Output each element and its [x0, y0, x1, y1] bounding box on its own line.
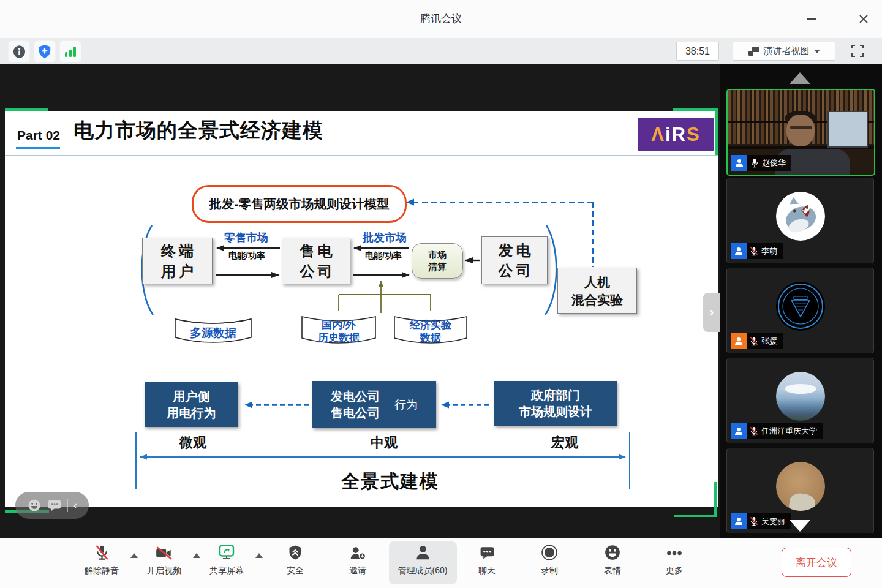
toolbar-label: 管理成员(60) [398, 565, 448, 576]
participant-tile[interactable]: 任洲洋重庆大学 [726, 358, 874, 443]
human-machine-experiment-box: 人机混合实验 [557, 268, 637, 314]
participant-role-badge [731, 333, 747, 349]
fullscreen-button[interactable] [848, 42, 867, 59]
toolbar-label: 录制 [541, 565, 558, 576]
participant-name: 任洲洋重庆大学 [761, 426, 817, 437]
more-button[interactable]: 更多 [645, 544, 704, 576]
tencent-meeting-window: 腾讯会议 38:51 演讲者视图 [0, 0, 882, 588]
person-icon [734, 336, 744, 346]
scroll-down-arrow[interactable] [790, 520, 810, 532]
behavior-label: 行为 [394, 396, 418, 413]
mic-muted-icon [750, 336, 758, 346]
sidebar-collapse-tab[interactable]: › [703, 293, 720, 332]
participant-tile[interactable]: 张媛 [726, 268, 874, 353]
leave-meeting-button[interactable]: 离开会议 [782, 548, 851, 577]
shield-plus-icon [38, 44, 51, 59]
chat-bubble-icon [479, 545, 496, 561]
shark-avatar-image [776, 192, 825, 241]
participant-role-badge [731, 513, 747, 529]
fullscreen-icon [850, 43, 865, 58]
government-rules-box: 政府部门市场规则设计 [494, 381, 617, 426]
record-button[interactable]: 录制 [520, 544, 579, 576]
signal-bars-icon [64, 46, 77, 58]
toolbar-label: 聊天 [478, 565, 496, 576]
invite-person-icon [349, 545, 366, 561]
mic-on-icon [750, 158, 759, 168]
participant-namebar: 任洲洋重庆大学 [731, 423, 823, 439]
chevron-down-icon [814, 50, 820, 53]
avatar-shark [776, 192, 825, 241]
emoji-button[interactable]: 表情 [583, 544, 642, 576]
meso-label: 中观 [363, 434, 405, 452]
energy-power-label: 电能/功率 [354, 251, 413, 262]
toolbar-label: 更多 [666, 565, 683, 576]
mic-muted-icon [750, 426, 758, 436]
toolbar-label: 解除静音 [85, 565, 119, 576]
energy-power-label: 电能/功率 [217, 251, 276, 262]
participant-name: 吴雯丽 [761, 516, 785, 527]
avatar-sand [776, 462, 825, 511]
person-icon [734, 516, 744, 526]
network-quality-button[interactable] [59, 40, 81, 62]
avatar-image [788, 492, 816, 511]
maximize-icon [834, 15, 842, 23]
historical-data-cylinder: 国内/外历史数据 [301, 310, 376, 347]
camera-muted-icon [155, 545, 173, 561]
retailer-box: 售电公司 [282, 238, 350, 284]
meeting-security-status-button[interactable] [34, 40, 56, 62]
unmute-button[interactable]: 解除静音 [72, 544, 131, 576]
retail-market-label: 零售市场 [216, 230, 277, 245]
record-icon [541, 544, 558, 561]
quick-chat-icon[interactable] [47, 499, 62, 512]
user-behavior-box: 用户侧用电行为 [145, 382, 238, 427]
participant-name: 张媛 [761, 336, 777, 347]
participant-role-badge [731, 423, 747, 439]
participant-namebar: 张媛 [731, 333, 783, 349]
close-button[interactable] [858, 13, 870, 25]
security-button[interactable]: 安全 [266, 544, 325, 576]
chat-button[interactable]: 聊天 [458, 544, 516, 576]
mic-muted-icon [750, 246, 758, 256]
avatar-seascape [776, 372, 825, 421]
participant-name: 李萌 [761, 246, 777, 257]
more-dots-icon [666, 545, 683, 561]
share-screen-button[interactable]: 共享屏幕 [197, 544, 256, 576]
participant-tile-speaking[interactable]: 赵俊华 [726, 89, 875, 176]
participant-namebar: 李萌 [731, 243, 783, 259]
participant-role-badge [731, 243, 747, 259]
company-behavior-box: 发电公司售电公司 行为 [312, 381, 436, 428]
end-user-box: 终端用户 [142, 238, 213, 284]
info-icon [12, 45, 26, 59]
micro-label: 微观 [172, 434, 214, 452]
toolbar-label: 安全 [287, 565, 304, 576]
view-mode-label: 演讲者视图 [764, 45, 810, 57]
meeting-timer: 38:51 [676, 42, 719, 61]
person-icon [734, 426, 744, 436]
participant-namebar: 吴雯丽 [731, 513, 791, 529]
collapse-pill-icon[interactable]: ‹ [74, 499, 77, 512]
model-title-box: 批发-零售两级市场规则设计模型 [192, 185, 407, 223]
video-feed [786, 115, 815, 146]
reaction-quick-bar[interactable]: ‹ [15, 492, 89, 519]
chongqing-university-seal [776, 282, 825, 331]
invite-button[interactable]: 邀请 [328, 544, 387, 576]
meeting-info-button[interactable] [8, 40, 30, 62]
maximize-button[interactable] [832, 13, 844, 25]
divider [67, 499, 68, 512]
view-mode-selector[interactable]: 演讲者视图 [733, 42, 835, 61]
minimize-icon [807, 18, 816, 20]
participant-tile[interactable]: 李萌 [726, 178, 874, 263]
mic-muted-icon [94, 544, 110, 561]
scroll-up-arrow[interactable] [790, 72, 810, 84]
start-video-button[interactable]: 开启视频 [135, 544, 194, 576]
chevron-right-icon: › [709, 304, 714, 320]
panoramic-modeling-label: 全景式建模 [288, 469, 492, 494]
emoji-reaction-icon[interactable] [27, 498, 42, 513]
market-clearing-box: 市场清算 [412, 243, 463, 279]
share-options-caret[interactable] [255, 553, 263, 558]
mic-muted-icon [750, 516, 758, 526]
manage-members-button[interactable]: 管理成员(60) [393, 544, 452, 576]
minimize-button[interactable] [805, 13, 818, 25]
toolbar-label: 邀请 [349, 565, 366, 576]
layout-view-icon [748, 47, 760, 56]
